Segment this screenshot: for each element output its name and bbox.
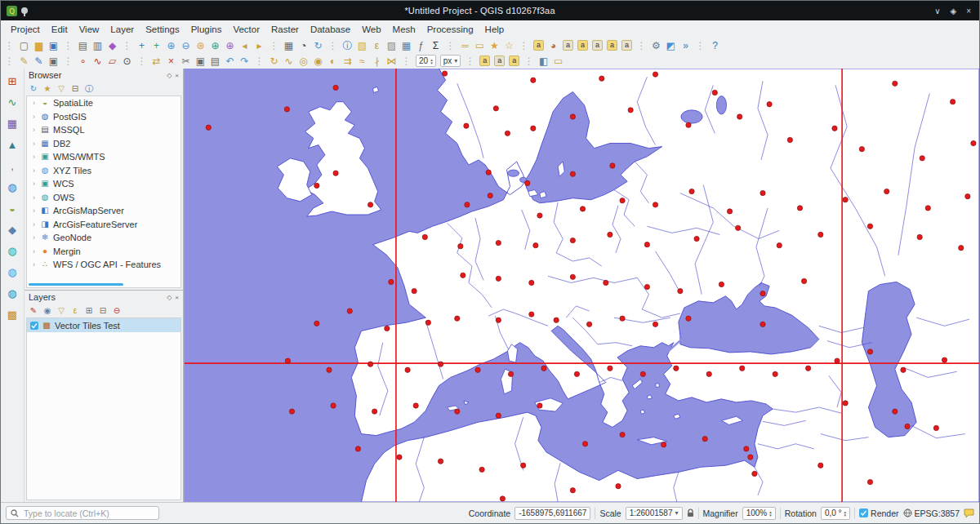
expand-chevron-icon[interactable]: › <box>31 140 37 148</box>
move-feature-button[interactable]: ⇄ <box>149 54 163 68</box>
zoom-next-button[interactable]: ▸ <box>252 38 266 52</box>
show-bookmarks-button[interactable]: ☆ <box>502 38 516 52</box>
menu-item[interactable]: Processing <box>421 23 479 36</box>
expand-all-button[interactable]: ⊞ <box>83 305 95 317</box>
refresh-map-button[interactable]: ↻ <box>311 38 325 52</box>
menu-item[interactable]: Layer <box>105 23 140 36</box>
layer-styling-button[interactable]: ✎ <box>28 305 39 317</box>
decorations-button[interactable]: ◧ <box>537 54 550 68</box>
menu-item[interactable]: Mesh <box>387 23 421 36</box>
layer-labeling-button[interactable]: a <box>533 40 544 51</box>
expand-chevron-icon[interactable]: › <box>31 113 37 121</box>
expand-chevron-icon[interactable]: › <box>31 220 37 229</box>
browser-filter-button[interactable]: ▽ <box>56 83 67 95</box>
menu-item[interactable]: Plugins <box>185 23 228 36</box>
rotation-spinbox[interactable]: 0,0 ° ▴▾ <box>821 507 850 520</box>
browser-item-arcgisfeatureserver[interactable]: › ◨ ArcGisFeatureServer <box>27 218 180 232</box>
add-point-feature-button[interactable]: ∘ <box>76 54 90 68</box>
zoom-to-layer-button[interactable]: ⊕ <box>223 38 237 52</box>
add-wms-layer-button[interactable]: ◍ <box>4 242 20 259</box>
magnifier-spinbox[interactable]: 100% ▴▾ <box>742 507 776 520</box>
messages-button[interactable] <box>964 508 974 518</box>
reshape-features-button[interactable]: ≈ <box>355 54 369 68</box>
processing-toolbox-button[interactable]: ⚙ <box>649 38 663 52</box>
browser-item-ows[interactable]: › ◍ OWS <box>27 191 180 205</box>
browser-horizontal-scrollbar[interactable] <box>29 283 123 286</box>
toolbar-handle[interactable]: ⋮ <box>135 54 149 68</box>
highlight-pinned-labels-button[interactable]: a <box>577 40 588 51</box>
expand-chevron-icon[interactable]: › <box>31 206 37 215</box>
add-part-button[interactable]: ◉ <box>311 54 325 68</box>
render-checkbox[interactable]: Render <box>859 508 898 518</box>
pin-labels-button[interactable]: a <box>563 40 573 51</box>
browser-item-mssql[interactable]: › ▤ MSSQL <box>27 123 180 137</box>
browser-item-wcs[interactable]: › ▣ WCS <box>27 177 180 191</box>
toolbar-handle[interactable]: ⋮ <box>61 54 75 68</box>
pan-map-button[interactable]: + <box>135 38 149 52</box>
expand-chevron-icon[interactable]: › <box>31 233 37 242</box>
browser-item-mergin[interactable]: › ● Mergin <box>27 245 180 259</box>
add-wfs-layer-button[interactable]: ◍ <box>4 285 20 301</box>
add-line-feature-button[interactable]: ∿ <box>91 54 105 68</box>
add-mesh-layer-button[interactable]: ▲ <box>4 136 20 153</box>
menu-item[interactable]: Web <box>356 23 386 36</box>
browser-item-db2[interactable]: › ▦ DB2 <box>27 137 180 151</box>
deselect-features-button[interactable]: ▨ <box>385 38 399 52</box>
panel-close-button[interactable]: × <box>175 72 179 79</box>
fill-ring-button[interactable]: ◐ <box>326 54 340 68</box>
toolbar-handle[interactable]: ⋮ <box>252 54 266 68</box>
expand-chevron-icon[interactable]: › <box>31 260 37 269</box>
label-size-spinbox[interactable]: 20 ▴▾ <box>416 55 436 67</box>
layer-visibility-checkbox[interactable] <box>30 322 38 330</box>
toolbar-handle[interactable]: ⋮ <box>463 54 477 68</box>
python-console-button[interactable]: » <box>679 38 693 52</box>
toolbar-handle[interactable]: ⋮ <box>693 38 707 52</box>
delete-selected-button[interactable]: × <box>164 54 178 68</box>
open-project-button[interactable]: ▆ <box>32 38 46 52</box>
browser-collapse-all-button[interactable]: ⊟ <box>69 83 81 95</box>
expand-chevron-icon[interactable]: › <box>31 247 37 255</box>
manage-map-themes-button[interactable]: ◉ <box>42 305 53 317</box>
new-bookmark-button[interactable]: ★ <box>488 38 501 52</box>
show-layout-manager-button[interactable]: ▥ <box>91 38 105 52</box>
new-project-button[interactable]: ▢ <box>17 38 31 52</box>
zoom-to-selection-button[interactable]: ⊕ <box>208 38 222 52</box>
open-attribute-table-button[interactable]: ▦ <box>399 38 413 52</box>
coordinate-display[interactable]: -1658975,6911667 <box>514 507 590 520</box>
layer-item-vector-tiles-test[interactable]: ▩ Vector Tiles Test <box>27 318 180 332</box>
menu-item[interactable]: Project <box>5 23 46 36</box>
toolbar-handle[interactable]: ⋮ <box>399 54 413 68</box>
title-bar[interactable]: Q *Untitled Project - QGIS d10267f3aa ∨ … <box>1 1 979 20</box>
browser-filter-favorites-button[interactable]: ★ <box>42 83 53 95</box>
browser-item-spatialite[interactable]: › ◒ SpatiaLite <box>27 96 180 110</box>
menu-item[interactable]: Raster <box>265 23 305 36</box>
add-spatialite-layer-button[interactable]: ◒ <box>4 200 20 216</box>
expand-chevron-icon[interactable]: › <box>31 126 37 134</box>
panel-close-button[interactable]: × <box>175 294 179 301</box>
filter-legend-button[interactable]: ▽ <box>56 305 67 317</box>
annotation-button[interactable]: ▭ <box>551 54 565 68</box>
pan-to-selection-button[interactable]: + <box>149 38 163 52</box>
add-ring-button[interactable]: ◎ <box>296 54 310 68</box>
simplify-feature-button[interactable]: ∿ <box>282 54 296 68</box>
rotate-label-tool-button[interactable]: a <box>494 56 505 66</box>
expand-chevron-icon[interactable]: › <box>31 153 37 161</box>
data-source-manager-button[interactable]: ⊞ <box>4 73 20 89</box>
expand-chevron-icon[interactable]: › <box>31 99 37 107</box>
browser-item-wfs-ogc-api[interactable]: › ∴ WFS / OGC API - Features <box>27 258 180 272</box>
menu-item[interactable]: Settings <box>140 23 185 36</box>
measure-line-button[interactable]: ═ <box>458 38 472 52</box>
toolbar-handle[interactable]: ⋮ <box>522 54 536 68</box>
add-vector-tile-layer-button[interactable]: ▩ <box>4 306 20 322</box>
paste-features-button[interactable]: ▤ <box>208 54 222 68</box>
vertex-tool-button[interactable]: ⊙ <box>120 54 134 68</box>
window-close-button[interactable]: × <box>966 7 971 16</box>
layer-diagram-button[interactable]: ◕ <box>546 38 560 52</box>
zoom-in-button[interactable]: ⊕ <box>164 38 178 52</box>
statistical-summary-button[interactable]: Σ <box>429 38 443 52</box>
spin-down-icon[interactable]: ▾ <box>769 513 772 517</box>
toolbar-handle[interactable]: ⋮ <box>2 38 16 52</box>
temporal-controller-button[interactable]: ◔ <box>296 38 310 52</box>
select-by-expression-button[interactable]: ε <box>370 38 384 52</box>
browser-item-xyz-tiles[interactable]: › ◍ XYZ Tiles <box>27 164 180 178</box>
